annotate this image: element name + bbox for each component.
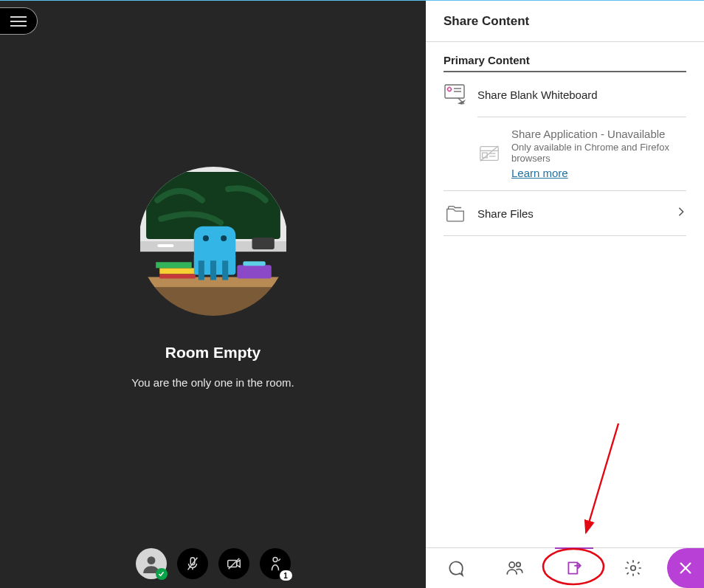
option-label: Share Application - Unavailable xyxy=(511,128,686,140)
application-icon xyxy=(477,142,501,166)
room-status-title: Room Empty xyxy=(165,344,261,362)
share-content-tab[interactable] xyxy=(545,548,604,588)
svg-point-28 xyxy=(448,88,452,91)
svg-point-37 xyxy=(509,562,514,567)
svg-point-17 xyxy=(221,235,227,241)
settings-tab[interactable] xyxy=(604,548,663,588)
svg-rect-20 xyxy=(222,260,228,280)
svg-rect-19 xyxy=(210,260,215,280)
svg-rect-11 xyxy=(159,274,195,278)
option-label: Share Files xyxy=(477,207,666,220)
microphone-button[interactable] xyxy=(177,548,208,579)
svg-rect-18 xyxy=(198,260,204,280)
svg-point-39 xyxy=(631,566,636,571)
status-available-icon xyxy=(156,568,168,580)
session-menu-button[interactable] xyxy=(0,7,38,35)
share-files-option[interactable]: Share Files xyxy=(444,190,686,236)
participant-count-badge: 1 xyxy=(280,570,292,581)
svg-line-36 xyxy=(480,145,498,161)
chat-tab[interactable] xyxy=(426,548,485,588)
svg-point-26 xyxy=(273,558,277,562)
camera-button[interactable] xyxy=(218,548,249,579)
close-panel-button[interactable] xyxy=(667,548,704,588)
svg-rect-6 xyxy=(252,238,274,249)
svg-point-21 xyxy=(147,556,155,564)
svg-rect-5 xyxy=(157,244,173,247)
panel-title: Share Content xyxy=(426,1,704,42)
panel-tabbar xyxy=(426,547,704,588)
collaborate-panel: Share Content Primary Content Share Blan… xyxy=(426,0,704,588)
share-whiteboard-option[interactable]: Share Blank Whiteboard xyxy=(444,72,686,117)
learn-more-link[interactable]: Learn more xyxy=(511,167,568,179)
chevron-right-icon xyxy=(676,207,686,220)
room-empty-illustration xyxy=(139,167,288,316)
svg-rect-10 xyxy=(156,262,191,268)
whiteboard-icon xyxy=(444,83,467,106)
files-icon xyxy=(444,201,467,225)
svg-point-16 xyxy=(202,235,208,241)
room-status-subtitle: You are the only one in the room. xyxy=(131,376,294,389)
option-label: Share Blank Whiteboard xyxy=(477,89,686,101)
media-controls: 1 xyxy=(136,548,291,579)
option-subtext: Only available in Chrome and Firefox bro… xyxy=(511,142,686,164)
svg-rect-8 xyxy=(139,288,288,316)
section-primary-content: Primary Content xyxy=(444,42,686,72)
svg-rect-12 xyxy=(237,265,271,278)
raise-hand-button[interactable]: 1 xyxy=(260,548,291,579)
attendees-tab[interactable] xyxy=(485,548,544,588)
svg-rect-13 xyxy=(243,261,265,266)
my-status-button[interactable] xyxy=(136,548,167,579)
share-application-option: Share Application - Unavailable Only ava… xyxy=(477,117,686,190)
svg-point-38 xyxy=(517,562,521,567)
svg-rect-9 xyxy=(159,268,195,274)
main-room-area: Room Empty You are the only one in the r… xyxy=(0,0,426,588)
